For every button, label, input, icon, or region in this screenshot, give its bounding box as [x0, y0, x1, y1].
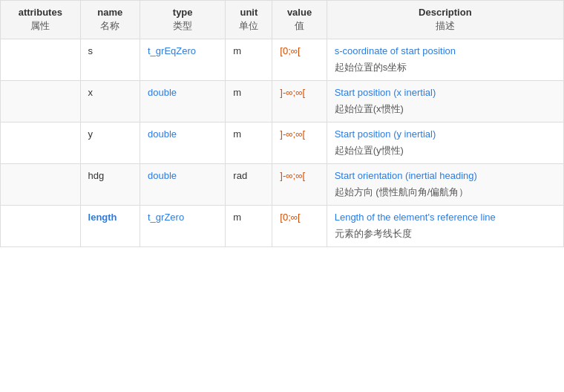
- cell-unit: m: [226, 122, 272, 164]
- cell-value: ]-∞;∞[: [272, 164, 327, 206]
- cell-type: t_grEqZero: [140, 39, 226, 81]
- table-row: st_grEqZerom[0;∞[s-coordinate of start p…: [1, 39, 564, 81]
- cell-attributes: [1, 122, 81, 164]
- cell-description: Start position (x inertial)起始位置(x惯性): [327, 81, 563, 122]
- cell-name: y: [80, 122, 140, 164]
- cell-name: x: [80, 81, 140, 122]
- cell-description: Length of the element's reference line元素…: [327, 206, 563, 247]
- header-type: type 类型: [140, 1, 226, 39]
- cell-unit: m: [226, 39, 272, 81]
- attributes-table: attributes 属性 name 名称 type 类型 unit 单位 va…: [0, 0, 564, 247]
- cell-description: Start orientation (inertial heading)起始方向…: [327, 164, 563, 206]
- cell-unit: m: [226, 206, 272, 247]
- cell-name: s: [80, 39, 140, 81]
- table-row: lengtht_grZerom[0;∞[Length of the elemen…: [1, 206, 564, 247]
- cell-attributes: [1, 39, 81, 81]
- cell-type: t_grZero: [140, 206, 226, 247]
- cell-attributes: [1, 164, 81, 206]
- cell-attributes: [1, 81, 81, 122]
- header-value: value 值: [272, 1, 327, 39]
- cell-value: [0;∞[: [272, 206, 327, 247]
- cell-type: double: [140, 122, 226, 164]
- header-name: name 名称: [80, 1, 140, 39]
- header-description: Description 描述: [327, 1, 563, 39]
- cell-unit: m: [226, 81, 272, 122]
- cell-value: ]-∞;∞[: [272, 122, 327, 164]
- cell-type: double: [140, 164, 226, 206]
- cell-name: hdg: [80, 164, 140, 206]
- table-header-row: attributes 属性 name 名称 type 类型 unit 单位 va…: [1, 1, 564, 39]
- cell-value: [0;∞[: [272, 39, 327, 81]
- cell-type: double: [140, 81, 226, 122]
- cell-description: Start position (y inertial)起始位置(y惯性): [327, 122, 563, 164]
- header-unit: unit 单位: [226, 1, 272, 39]
- cell-attributes: [1, 206, 81, 247]
- cell-description: s-coordinate of start position起始位置的s坐标: [327, 39, 563, 81]
- cell-unit: rad: [226, 164, 272, 206]
- cell-value: ]-∞;∞[: [272, 81, 327, 122]
- header-attributes: attributes 属性: [1, 1, 81, 39]
- cell-name: length: [80, 206, 140, 247]
- table-row: ydoublem]-∞;∞[Start position (y inertial…: [1, 122, 564, 164]
- table-row: xdoublem]-∞;∞[Start position (x inertial…: [1, 81, 564, 122]
- table-row: hdgdoublerad]-∞;∞[Start orientation (ine…: [1, 164, 564, 206]
